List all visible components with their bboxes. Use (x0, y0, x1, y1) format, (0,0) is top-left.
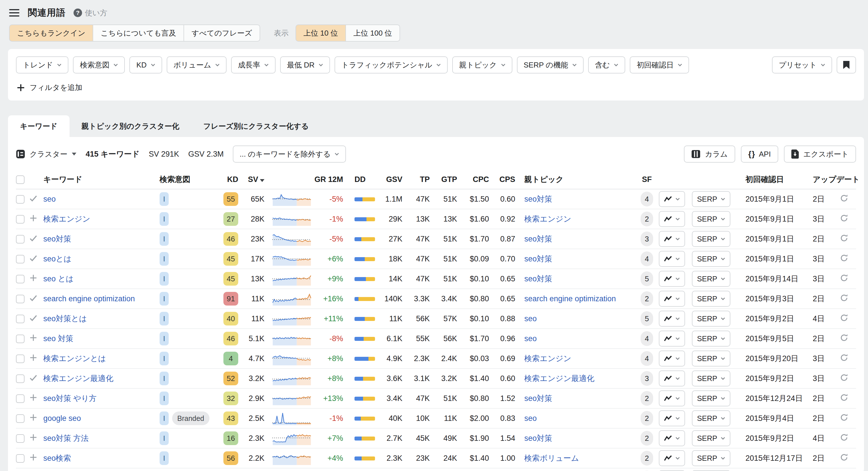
row-checkbox[interactable] (16, 255, 25, 263)
exclude-keywords-dropdown[interactable]: ... のキーワードを除外する (233, 145, 346, 163)
row-checkbox[interactable] (16, 454, 25, 463)
keyword-link[interactable]: seo とは (43, 274, 73, 283)
row-checkbox[interactable] (16, 215, 25, 224)
bookmark-button[interactable] (837, 56, 856, 73)
plus-icon[interactable] (30, 274, 37, 282)
col-cpc[interactable]: CPC (457, 175, 489, 184)
row-status-icon[interactable] (30, 453, 43, 463)
rank-segment-0[interactable]: 上位 10 位 (296, 25, 346, 41)
keyword-link[interactable]: seo対策 方法 (43, 434, 89, 442)
plus-icon[interactable] (30, 414, 37, 421)
cluster-dropdown-button[interactable]: クラスター (16, 149, 76, 159)
export-button[interactable]: エクスポート (784, 145, 856, 163)
trend-dropdown-button[interactable] (659, 430, 685, 446)
serp-dropdown-button[interactable]: SERP (692, 231, 731, 247)
col-keyword[interactable]: キーワード (43, 174, 155, 184)
columns-button[interactable]: カラム (684, 145, 735, 163)
serp-dropdown-button[interactable]: SERP (692, 350, 731, 367)
row-checkbox[interactable] (16, 275, 25, 283)
col-gr[interactable]: GR 12M (312, 175, 343, 184)
trend-dropdown-button[interactable] (659, 191, 685, 207)
keyword-link[interactable]: seo対策 やり方 (43, 394, 97, 403)
keyword-link[interactable]: 検索エンジン (43, 215, 90, 223)
refresh-button[interactable] (836, 354, 852, 364)
refresh-button[interactable] (836, 234, 852, 244)
row-status-icon[interactable] (30, 255, 43, 263)
parent-topic-link[interactable]: seo対策 (524, 394, 552, 403)
row-status-icon[interactable] (30, 354, 43, 363)
parent-topic-link[interactable]: seo (524, 414, 537, 423)
serp-dropdown-button[interactable]: SERP (692, 251, 731, 267)
trend-dropdown-button[interactable] (659, 251, 685, 267)
check-icon[interactable] (30, 375, 37, 381)
api-button[interactable]: { } API (741, 145, 778, 163)
check-icon[interactable] (30, 195, 37, 202)
row-status-icon[interactable] (30, 414, 43, 423)
row-checkbox[interactable] (16, 315, 25, 323)
filter-dropdown-8[interactable]: SERP の機能 (517, 56, 584, 73)
refresh-button[interactable] (836, 313, 852, 324)
keyword-link[interactable]: seo 対策 (43, 334, 73, 343)
keyword-link[interactable]: google seo (43, 414, 81, 423)
keyword-link[interactable]: search engine optimization (43, 295, 135, 303)
col-gsv[interactable]: GSV (376, 175, 402, 184)
serp-dropdown-button[interactable]: SERP (692, 331, 731, 346)
trend-dropdown-button[interactable] (659, 211, 685, 227)
keyword-link[interactable]: seoとは (43, 255, 71, 263)
parent-topic-link[interactable]: seo (524, 314, 537, 323)
plus-icon[interactable] (30, 394, 37, 401)
keyword-link[interactable]: seo検索 (43, 454, 71, 463)
check-icon[interactable] (30, 315, 37, 321)
plus-icon[interactable] (30, 453, 37, 461)
mode-segment-2[interactable]: すべてのフレーズ (184, 25, 260, 41)
row-checkbox[interactable] (16, 374, 25, 383)
row-checkbox[interactable] (16, 394, 25, 403)
check-icon[interactable] (30, 235, 37, 241)
serp-dropdown-button[interactable]: SERP (692, 271, 731, 287)
col-intent[interactable]: 検索意図 (155, 174, 215, 184)
row-checkbox[interactable] (16, 195, 25, 204)
hamburger-menu-icon[interactable] (9, 9, 20, 16)
mode-segment-0[interactable]: こちらもランクイン (9, 25, 93, 41)
serp-dropdown-button[interactable]: SERP (692, 291, 731, 307)
refresh-button[interactable] (836, 373, 852, 384)
filter-dropdown-9[interactable]: 含む (588, 56, 625, 73)
tab-0[interactable]: キーワード (8, 115, 69, 137)
serp-dropdown-button[interactable]: SERP (692, 430, 731, 446)
refresh-button[interactable] (836, 333, 852, 344)
row-status-icon[interactable] (30, 214, 43, 224)
parent-topic-link[interactable]: seo対策 (524, 195, 552, 203)
trend-dropdown-button[interactable] (659, 350, 685, 367)
parent-topic-link[interactable]: seo対策 (524, 274, 552, 283)
filter-dropdown-7[interactable]: 親トピック (452, 56, 512, 73)
serp-dropdown-button[interactable]: SERP (692, 211, 731, 227)
col-dd[interactable]: DD (343, 175, 376, 184)
parent-topic-link[interactable]: seo対策 (524, 255, 552, 263)
check-icon[interactable] (30, 255, 37, 261)
col-first-seen[interactable]: 初回確認日 (738, 174, 805, 184)
col-gtp[interactable]: GTP (430, 175, 457, 184)
refresh-button[interactable] (836, 254, 852, 264)
select-all-checkbox[interactable] (16, 175, 25, 184)
trend-dropdown-button[interactable] (659, 410, 685, 426)
trend-dropdown-button[interactable] (659, 271, 685, 287)
refresh-button[interactable] (836, 194, 852, 204)
filter-dropdown-2[interactable]: KD (129, 56, 162, 73)
row-checkbox[interactable] (16, 335, 25, 343)
refresh-button[interactable] (836, 274, 852, 284)
keyword-link[interactable]: 検索エンジン最適化 (43, 374, 114, 383)
serp-dropdown-button[interactable]: SERP (692, 370, 731, 386)
mode-segment-1[interactable]: こちらについても言及 (93, 25, 184, 41)
serp-dropdown-button[interactable]: SERP (692, 191, 731, 207)
filter-dropdown-5[interactable]: 最低 DR (280, 56, 330, 73)
row-checkbox[interactable] (16, 414, 25, 423)
tab-2[interactable]: フレーズ別にクラスター化する (191, 115, 320, 137)
serp-dropdown-button[interactable]: SERP (692, 450, 731, 466)
parent-topic-link[interactable]: 検索エンジン (524, 215, 571, 223)
keyword-link[interactable]: seo対策とは (43, 314, 87, 323)
trend-dropdown-button[interactable] (659, 291, 685, 307)
filter-dropdown-1[interactable]: 検索意図 (73, 56, 125, 73)
parent-topic-link[interactable]: seo (524, 334, 537, 343)
refresh-button[interactable] (836, 214, 852, 225)
row-status-icon[interactable] (30, 334, 43, 343)
